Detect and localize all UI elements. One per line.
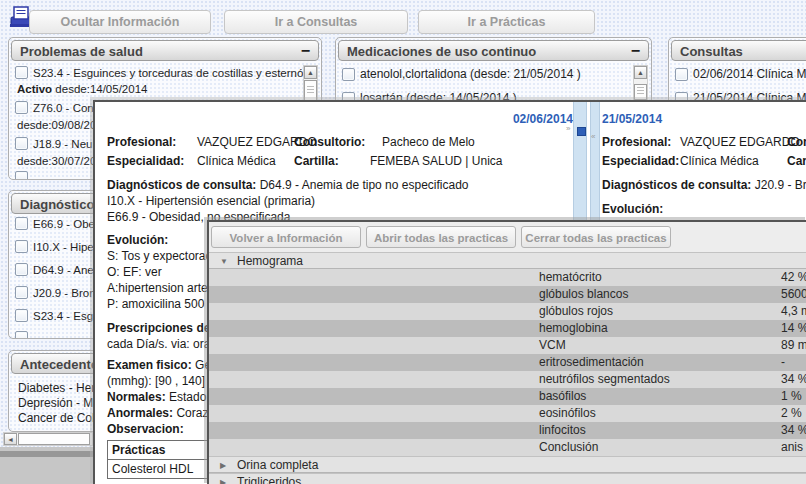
scrollbar-thumb[interactable] (634, 84, 647, 100)
item-label: J18.9 - Neur (33, 138, 96, 150)
panel-consultas: Consultas 02/06/2014 Clínica Médic 21/05… (668, 37, 806, 106)
prescripciones-label: Prescripciones de (107, 321, 210, 335)
section-name: Hemograma (237, 253, 303, 270)
panel-medicaciones-title: Medicaciones de uso continuo (347, 44, 536, 59)
section-hemograma[interactable]: ▼ Hemograma (209, 252, 806, 269)
panel-medicaciones: Medicaciones de uso continuo − atenolol,… (335, 37, 652, 106)
practicas-table: Prácticas Colesterol HDL (107, 440, 217, 479)
splitter-handle-icon[interactable] (577, 127, 586, 136)
item-checkbox[interactable] (15, 217, 28, 230)
result-row[interactable]: neutrófilos segmentados 34 % (209, 371, 806, 388)
list-item[interactable]: J18.9 - Neur (15, 137, 96, 150)
go-consultas-button[interactable]: Ir a Consultas (224, 10, 408, 34)
list-item[interactable] (15, 331, 33, 339)
go-practicas-button[interactable]: Ir a Prácticas (418, 10, 595, 34)
panel-diagnosticos-title: Diagnósticos (20, 197, 102, 212)
result-row[interactable]: eosinófilos 2 % (209, 405, 806, 422)
horizontal-scrollbar[interactable]: ◄ (3, 432, 93, 446)
practicas-window: Volver a Información Resumida Abrir toda… (207, 220, 806, 484)
item-checkbox[interactable] (15, 66, 28, 79)
item-checkbox[interactable] (15, 240, 28, 253)
list-item[interactable]: E66.9 - Obe (15, 217, 95, 230)
minimize-icon[interactable]: − (631, 41, 640, 60)
scroll-left-icon[interactable]: ◄ (4, 433, 17, 445)
list-item[interactable]: Z76.0 - Con (15, 101, 94, 114)
section-orina-completa[interactable]: ▶ Orina completa (209, 456, 806, 473)
item-subline: desde:09/08/201 (17, 119, 103, 131)
result-row[interactable]: hemoglobina 14 % (209, 320, 806, 337)
list-item[interactable]: S23.4 - Esg (15, 309, 93, 322)
item-checkbox[interactable] (15, 286, 28, 299)
result-row[interactable]: Conclusión anis (209, 439, 806, 456)
splitter-arrow-icon: » (566, 124, 570, 133)
result-row[interactable]: glóbulos rojos 4,3 m (209, 303, 806, 320)
chevron-right-icon: ▶ (220, 457, 226, 474)
panel-problemas-title: Problemas de salud (20, 44, 143, 59)
abrir-practicas-button[interactable]: Abrir todas las practicas (366, 226, 516, 248)
panel-consultas-title: Consultas (680, 44, 743, 59)
section-trigliceridos[interactable]: ▶ Trigliceridos (209, 473, 806, 484)
diagnosticos-line: Diagnósticos de consulta: J20.9 - Bron (602, 178, 806, 192)
item-checkbox[interactable] (675, 68, 688, 81)
panel-consultas-header: Consultas (671, 40, 806, 61)
item-label: E66.9 - Obe (33, 218, 95, 230)
item-subline: Activo desde:14/05/2014 (17, 83, 147, 95)
cerrar-practicas-button[interactable]: Cerrar todas las practicas (521, 226, 671, 248)
minimize-icon[interactable]: − (301, 41, 310, 60)
practicas-table-header: Prácticas (107, 440, 217, 459)
scrollbar-thumb[interactable] (18, 433, 90, 445)
hide-summary-button[interactable]: Ocultar Información Resumida (29, 10, 211, 34)
item-label: J20.9 - Bron (33, 287, 96, 299)
item-checkbox[interactable] (15, 331, 28, 339)
observacion-label: Observacion: (107, 422, 184, 436)
examen-line: Examen fisico: Ge (107, 358, 211, 372)
app-background: Ocultar Información Resumida Ir a Consul… (0, 0, 806, 484)
result-row[interactable]: glóbulos blancos 5600 (209, 286, 806, 303)
footer-band (0, 451, 93, 457)
practicas-table-row[interactable]: Colesterol HDL (107, 459, 217, 479)
result-row[interactable]: basófilos 1 % (209, 388, 806, 405)
item-checkbox[interactable] (15, 309, 28, 322)
result-row[interactable]: linfocitos 34 % (209, 422, 806, 439)
item-label: Z76.0 - Con (33, 102, 94, 114)
evolucion-label: Evolución: (602, 202, 663, 216)
evolucion-p: P: amoxicilina 500 m (107, 297, 218, 311)
list-item[interactable]: 02/06/2014 Clínica Médic (675, 67, 806, 81)
evolucion-s: S: Tos y expectoraci (107, 249, 214, 263)
list-item[interactable]: I10.X - Hiper (15, 240, 98, 253)
item-checkbox[interactable] (15, 101, 28, 114)
item-checkbox[interactable] (15, 137, 28, 150)
item-label: S23.4 - Esguinces y torceduras de costil… (33, 67, 310, 79)
list-item[interactable]: D64.9 - Ane (15, 263, 94, 276)
item-checkbox[interactable] (15, 171, 28, 180)
list-item[interactable] (15, 171, 33, 180)
item-label: S23.4 - Esg (33, 310, 93, 322)
item-label: D64.9 - Ane (33, 264, 94, 276)
splitter-arrow-icon: « (591, 132, 595, 141)
normales-line: Normales: Estado G (107, 390, 219, 404)
evolucion-a: A:hipertension arteri (107, 281, 214, 295)
vertical-scrollbar[interactable]: ▲ (633, 65, 648, 103)
scrollbar-thumb[interactable] (304, 80, 317, 102)
list-item[interactable]: atenolol,clortalidona (desde: 21/05/2014… (342, 67, 581, 81)
consulta-date[interactable]: 02/06/2014 (107, 112, 573, 126)
result-row[interactable]: VCM 89 m (209, 337, 806, 354)
section-name: Trigliceridos (237, 474, 301, 484)
chevron-down-icon: ▼ (220, 253, 228, 270)
diagnosticos-line: Diagnósticos de consulta: D64.9 - Anemia… (107, 178, 469, 192)
window-footer-area (0, 447, 93, 484)
anormales-line: Anormales: Corazó (107, 406, 215, 420)
scroll-up-icon[interactable]: ▲ (304, 66, 317, 79)
item-label: I10.X - Hiper (33, 241, 98, 253)
list-item[interactable]: S23.4 - Esguinces y torceduras de costil… (15, 66, 310, 79)
list-item[interactable]: J20.9 - Bron (15, 286, 96, 299)
mmhg-line: (mmhg): [90 , 140] | (107, 374, 212, 388)
consulta-date[interactable]: 21/05/2014 (602, 112, 662, 126)
item-checkbox[interactable] (15, 263, 28, 276)
section-name: Orina completa (237, 457, 318, 474)
result-row[interactable]: hematócrito 42 % (209, 269, 806, 286)
scroll-up-icon[interactable]: ▲ (634, 66, 647, 79)
volver-informacion-button[interactable]: Volver a Información Resumida (211, 226, 361, 248)
item-checkbox[interactable] (342, 68, 355, 81)
result-row[interactable]: eritrosedimentación - (209, 354, 806, 371)
